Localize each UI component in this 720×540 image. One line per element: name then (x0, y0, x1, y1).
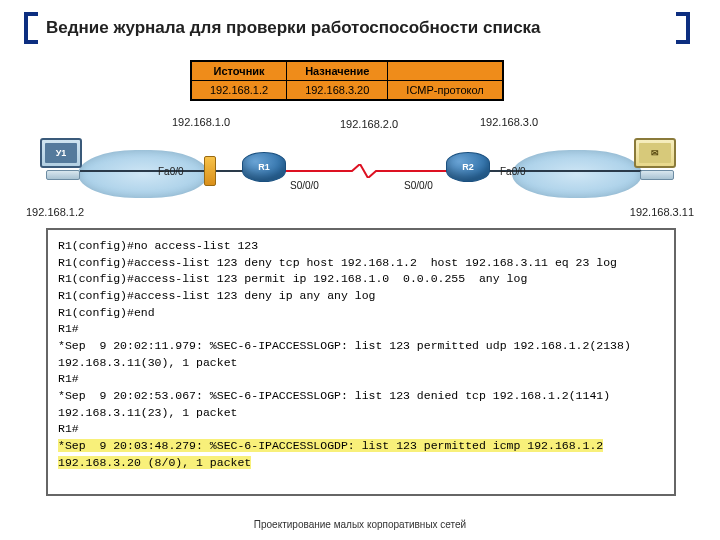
host-left: У1 (40, 138, 86, 190)
footer-text: Проектирование малых корпоративных сетей (0, 519, 720, 530)
terminal-line: 192.168.3.11(30), 1 packet (58, 355, 664, 372)
link-serial (282, 170, 452, 172)
link-right (470, 170, 650, 172)
router-r2: R2 (446, 152, 490, 182)
intf-s000-r1: S0/0/0 (290, 180, 319, 191)
packet-table-cell-source: 192.168.1.2 (192, 81, 287, 100)
packet-table-cell-col3: ICMP-протокол (388, 81, 502, 100)
terminal-line: 192.168.3.11(23), 1 packet (58, 405, 664, 422)
bracket-left-icon (24, 12, 38, 44)
terminal-line: *Sep 9 20:02:53.067: %SEC-6-IPACCESSLOGP… (58, 388, 664, 405)
cloud-left-icon (78, 150, 208, 198)
host-right: ✉ (634, 138, 680, 190)
terminal-line: R1# (58, 321, 664, 338)
terminal-line: R1(config)#end (58, 305, 664, 322)
cloud-right-icon (512, 150, 642, 198)
terminal-line: R1(config)#access-list 123 deny tcp host… (58, 255, 664, 272)
terminal-highlight-1: *Sep 9 20:03:48.279: %SEC-6-IPACCESSLOGD… (58, 439, 603, 452)
packet-table-cell-dest: 192.168.3.20 (287, 81, 388, 100)
subnet-left: 192.168.1.0 (172, 116, 230, 128)
topology-diagram: У1 R1 R2 ✉ 192.168.1.0 192.168.2.0 192.1… (50, 108, 670, 223)
packet-table: Источник Назначение 192.168.1.2 192.168.… (190, 60, 504, 101)
router-r1: R1 (242, 152, 286, 182)
packet-table-header-dest: Назначение (287, 62, 388, 81)
packet-table-header-source: Источник (192, 62, 287, 81)
envelope-icon: ✉ (639, 143, 671, 163)
router-r1-label: R1 (258, 162, 270, 172)
subnet-right: 192.168.3.0 (480, 116, 538, 128)
router-r2-label: R2 (462, 162, 474, 172)
host-right-ip: 192.168.3.11 (630, 206, 694, 218)
bracket-right-icon (676, 12, 690, 44)
packet-table-header-col3 (388, 62, 502, 81)
intf-fa00-left: Fa0/0 (158, 166, 184, 177)
intf-fa00-right: Fa0/0 (500, 166, 526, 177)
terminal-highlight-2: 192.168.3.20 (8/0), 1 packet (58, 456, 251, 469)
terminal-output: R1(config)#no access-list 123R1(config)#… (46, 228, 676, 496)
terminal-line: R1(config)#access-list 123 permit ip 192… (58, 271, 664, 288)
switch-icon (204, 156, 216, 186)
terminal-line: R1(config)#no access-list 123 (58, 238, 664, 255)
host-left-label: У1 (45, 143, 77, 163)
terminal-line: R1# (58, 421, 664, 438)
terminal-line: R1(config)#access-list 123 deny ip any a… (58, 288, 664, 305)
terminal-line: R1# (58, 371, 664, 388)
host-left-ip: 192.168.1.2 (26, 206, 84, 218)
terminal-line: *Sep 9 20:02:11.979: %SEC-6-IPACCESSLOGP… (58, 338, 664, 355)
page-title: Ведние журнала для проверки работоспособ… (38, 18, 676, 38)
page-title-wrap: Ведние журнала для проверки работоспособ… (24, 12, 690, 44)
intf-s000-r2: S0/0/0 (404, 180, 433, 191)
subnet-mid: 192.168.2.0 (340, 118, 398, 130)
